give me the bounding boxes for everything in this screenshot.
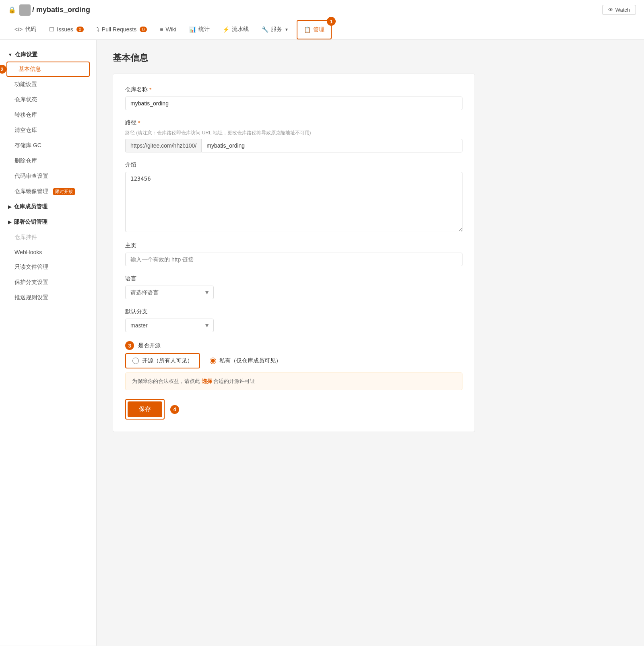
manage-circle-badge: 1 bbox=[327, 17, 336, 26]
opensource-hint: 为保障你的合法权益，请点此 选择 合适的开源许可证 bbox=[125, 372, 462, 390]
mirror-badge: 限时开放 bbox=[53, 188, 75, 195]
code-icon: </> bbox=[14, 26, 23, 33]
header: 🔒 / mybatis_ording 👁 Watch bbox=[0, 0, 644, 20]
sidebar-item-push-rules[interactable]: 推送规则设置 bbox=[0, 290, 96, 305]
page-title: 基本信息 bbox=[113, 52, 628, 64]
eye-icon: 👁 bbox=[608, 7, 613, 13]
sidebar-item-mirror[interactable]: 仓库镜像管理 限时开放 bbox=[0, 184, 96, 199]
path-group: https://gitee.com/hhzb100/ bbox=[125, 139, 462, 152]
default-branch-select-wrapper: master ▼ bbox=[125, 319, 214, 332]
opensource-private-radio[interactable] bbox=[210, 358, 216, 364]
path-hint: 路径 (请注意：仓库路径即仓库访问 URL 地址，更改仓库路径将导致原克隆地址不… bbox=[125, 130, 462, 136]
form-section: 仓库名称 * 路径 * 路径 (请注意：仓库路径即仓库访问 URL 地址，更改仓… bbox=[113, 74, 475, 432]
wiki-icon: ≡ bbox=[160, 26, 163, 33]
content-area: 基本信息 仓库名称 * 路径 * 路径 (请注意：仓库路径即仓库访问 URL 地… bbox=[97, 40, 644, 646]
save-area: 保存 4 bbox=[125, 399, 462, 420]
arrow-down-icon: ▼ bbox=[8, 52, 12, 57]
sidebar-subsection-deploy[interactable]: ▶ 部署公钥管理 bbox=[0, 214, 96, 230]
save-button[interactable]: 保存 bbox=[128, 401, 162, 417]
form-group-homepage: 主页 bbox=[125, 242, 462, 266]
circle-4: 4 bbox=[170, 405, 179, 414]
path-input[interactable] bbox=[201, 139, 462, 152]
homepage-input[interactable] bbox=[125, 253, 462, 266]
sidebar-subsection-members[interactable]: ▶ 仓库成员管理 bbox=[0, 199, 96, 214]
tab-service[interactable]: 🔧 服务 ▼ bbox=[255, 20, 295, 39]
sidebar-item-clear[interactable]: 清空仓库 bbox=[0, 123, 96, 138]
homepage-label: 主页 bbox=[125, 242, 462, 249]
sidebar-item-transfer[interactable]: 转移仓库 bbox=[0, 107, 96, 123]
form-group-path: 路径 * 路径 (请注意：仓库路径即仓库访问 URL 地址，更改仓库路径将导致原… bbox=[125, 119, 462, 152]
form-group-language: 语言 请选择语言 ▼ bbox=[125, 275, 462, 299]
tab-code[interactable]: </> 代码 bbox=[8, 20, 43, 39]
manage-icon: 📋 bbox=[304, 27, 311, 33]
pipeline-icon: ⚡ bbox=[223, 26, 229, 33]
opensource-private-option[interactable]: 私有（仅仓库成员可见） bbox=[210, 357, 281, 364]
arrow-right-icon-members: ▶ bbox=[8, 204, 11, 210]
form-group-repo-name: 仓库名称 * bbox=[125, 86, 462, 110]
nav-tabs: </> 代码 ☐ Issues 0 ⤵ Pull Requests 0 ≡ Wi… bbox=[0, 20, 644, 40]
tab-pipeline[interactable]: ⚡ 流水线 bbox=[216, 20, 255, 39]
sidebar-item-codereview[interactable]: 代码审查设置 bbox=[0, 169, 96, 184]
main-layout: ▼ 仓库设置 基本信息 2 功能设置 仓库状态 转移仓库 清空仓库 存储库 GC… bbox=[0, 40, 644, 646]
path-label: 路径 * bbox=[125, 119, 462, 126]
pr-icon: ⤵ bbox=[97, 26, 99, 33]
path-prefix: https://gitee.com/hhzb100/ bbox=[125, 139, 201, 152]
language-label: 语言 bbox=[125, 275, 462, 282]
language-select[interactable]: 请选择语言 bbox=[125, 286, 214, 299]
arrow-right-icon-deploy: ▶ bbox=[8, 220, 11, 225]
opensource-open-radio[interactable] bbox=[132, 358, 139, 364]
repo-name-required: * bbox=[149, 86, 151, 93]
opensource-hint-link[interactable]: 选择 bbox=[202, 378, 212, 384]
sidebar-item-branch-protect[interactable]: 保护分支设置 bbox=[0, 275, 96, 290]
sidebar-item-delete[interactable]: 删除仓库 bbox=[0, 153, 96, 169]
form-group-opensource: 3 是否开源 开源（所有人可见） 私有（仅仓库成员可见） bbox=[125, 341, 462, 390]
sidebar-item-status[interactable]: 仓库状态 bbox=[0, 92, 96, 107]
sidebar-item-basic[interactable]: 基本信息 2 bbox=[6, 62, 90, 77]
form-group-intro: 介绍 123456 bbox=[125, 161, 462, 233]
avatar bbox=[19, 4, 31, 16]
issues-badge: 0 bbox=[76, 27, 84, 32]
sidebar-section-title: ▼ 仓库设置 bbox=[0, 48, 96, 62]
opensource-label: 3 是否开源 bbox=[125, 341, 462, 350]
issues-icon: ☐ bbox=[49, 26, 54, 33]
language-select-wrapper: 请选择语言 ▼ bbox=[125, 286, 214, 299]
tab-wiki[interactable]: ≡ Wiki bbox=[153, 20, 183, 39]
default-branch-label: 默认分支 bbox=[125, 308, 462, 315]
opensource-open-option[interactable]: 开源（所有人可见） bbox=[125, 353, 200, 368]
watch-button[interactable]: 👁 Watch bbox=[602, 5, 636, 15]
tab-issues[interactable]: ☐ Issues 0 bbox=[43, 20, 90, 39]
sidebar-item-plugin: 仓库挂件 bbox=[0, 230, 96, 245]
tab-stats[interactable]: 📊 统计 bbox=[183, 20, 216, 39]
chevron-down-icon: ▼ bbox=[285, 27, 289, 32]
circle-3: 3 bbox=[125, 341, 134, 350]
tab-manage[interactable]: 📋 管理 1 bbox=[297, 20, 332, 39]
intro-label: 介绍 bbox=[125, 161, 462, 169]
service-icon: 🔧 bbox=[262, 26, 268, 33]
repo-path: / mybatis_ording bbox=[32, 6, 90, 14]
sidebar-circle-2: 2 bbox=[0, 65, 6, 74]
stats-icon: 📊 bbox=[189, 26, 196, 33]
sidebar-item-gc[interactable]: 存储库 GC bbox=[0, 138, 96, 153]
lock-icon: 🔒 bbox=[8, 6, 16, 14]
intro-textarea[interactable]: 123456 bbox=[125, 172, 462, 232]
sidebar-item-readonly[interactable]: 只读文件管理 bbox=[0, 259, 96, 275]
sidebar: ▼ 仓库设置 基本信息 2 功能设置 仓库状态 转移仓库 清空仓库 存储库 GC… bbox=[0, 40, 97, 646]
sidebar-item-webhooks[interactable]: WebHooks bbox=[0, 245, 96, 259]
default-branch-select[interactable]: master bbox=[125, 319, 214, 332]
repo-name-label: 仓库名称 * bbox=[125, 86, 462, 93]
save-button-wrapper: 保存 bbox=[125, 399, 165, 420]
path-required: * bbox=[138, 119, 140, 126]
opensource-radio-group: 开源（所有人可见） 私有（仅仓库成员可见） bbox=[125, 353, 462, 368]
form-group-default-branch: 默认分支 master ▼ bbox=[125, 308, 462, 332]
tab-pullrequests[interactable]: ⤵ Pull Requests 0 bbox=[90, 20, 154, 39]
repo-name-input[interactable] bbox=[125, 97, 462, 110]
pr-badge: 0 bbox=[140, 27, 147, 32]
sidebar-item-feature[interactable]: 功能设置 bbox=[0, 77, 96, 92]
